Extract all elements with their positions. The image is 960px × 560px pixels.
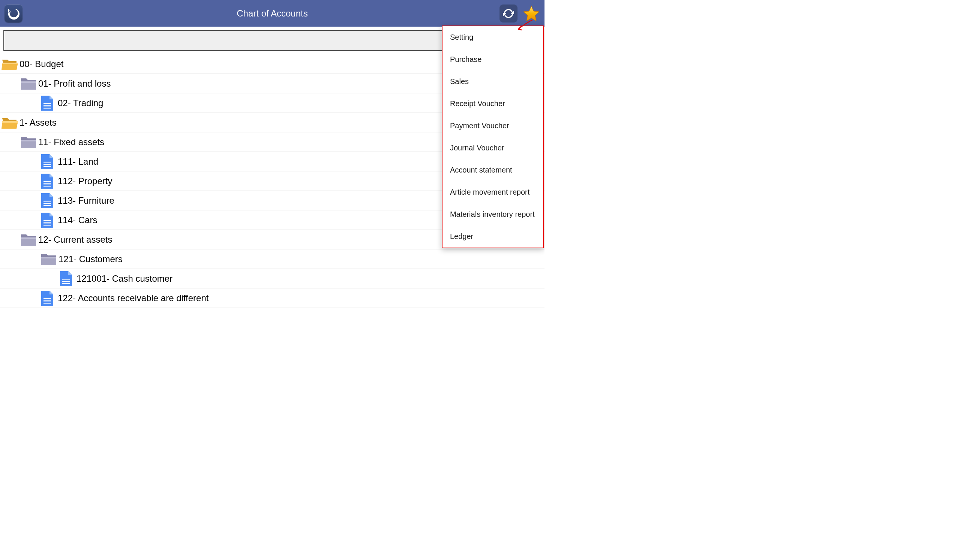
svg-rect-10: [43, 203, 51, 204]
folder-closed-icon: [20, 77, 37, 90]
folder-closed-icon: [40, 253, 57, 266]
menu-item-journal-voucher[interactable]: Journal Voucher: [443, 137, 543, 159]
tree-node-label: 122- Accounts receivable are different: [58, 293, 208, 304]
document-icon: [40, 212, 54, 229]
header: Chart of Accounts: [0, 0, 544, 27]
menu-item-receipt-voucher[interactable]: Receipt Voucher: [443, 93, 543, 115]
svg-rect-17: [62, 283, 70, 284]
menu-item-setting[interactable]: Setting: [443, 26, 543, 48]
tree-node-label: 01- Profit and loss: [38, 78, 110, 89]
tree-node-label: 111- Land: [58, 157, 98, 167]
document-icon: [59, 270, 73, 287]
menu-item-account-statement[interactable]: Account statement: [443, 159, 543, 181]
folder-open-icon: [2, 116, 18, 130]
tree-node-label: 11- Fixed assets: [38, 137, 104, 147]
favorites-star-icon[interactable]: [523, 5, 540, 22]
svg-rect-15: [62, 279, 70, 280]
svg-rect-2: [43, 108, 51, 109]
tree-row-folder[interactable]: 121- Customers: [0, 250, 544, 269]
svg-rect-16: [62, 281, 70, 282]
document-icon: [40, 290, 54, 306]
header-actions: [499, 5, 540, 22]
document-icon: [40, 173, 54, 189]
menu-item-ledger[interactable]: Ledger: [443, 226, 543, 248]
tree-node-label: 02- Trading: [58, 98, 103, 109]
svg-rect-3: [43, 162, 51, 163]
svg-rect-0: [43, 103, 51, 104]
back-arrow-icon: [7, 7, 20, 20]
tree-node-label: 113- Furniture: [58, 195, 114, 206]
tree-node-label: 121001- Cash customer: [77, 274, 173, 284]
tree-node-label: 114- Cars: [58, 215, 97, 226]
refresh-button[interactable]: [499, 5, 517, 22]
tree-row-doc[interactable]: 122- Accounts receivable are different: [0, 288, 544, 308]
document-icon: [40, 154, 54, 170]
tree-node-label: 1- Assets: [19, 117, 57, 128]
tree-node-label: 121- Customers: [59, 254, 123, 264]
svg-rect-9: [43, 201, 51, 202]
tree-node-label: 112- Property: [58, 176, 112, 186]
svg-rect-19: [43, 301, 51, 302]
svg-rect-13: [43, 222, 51, 224]
tree-node-label: 00- Budget: [19, 59, 63, 69]
svg-rect-5: [43, 166, 51, 167]
menu-item-sales[interactable]: Sales: [443, 70, 543, 93]
svg-rect-12: [43, 220, 51, 221]
folder-open-icon: [2, 58, 18, 71]
refresh-icon: [502, 8, 515, 19]
tree-row-doc[interactable]: 121001- Cash customer: [0, 269, 544, 288]
menu-item-payment-voucher[interactable]: Payment Voucher: [443, 115, 543, 137]
svg-rect-4: [43, 164, 51, 165]
menu-item-purchase[interactable]: Purchase: [443, 48, 543, 70]
svg-rect-7: [43, 183, 51, 184]
menu-item-materials-inventory[interactable]: Materials inventory report: [443, 203, 543, 226]
document-icon: [40, 95, 54, 111]
svg-rect-14: [43, 225, 51, 226]
menu-item-article-movement[interactable]: Article movement report: [443, 181, 543, 203]
svg-rect-6: [43, 181, 51, 182]
folder-closed-icon: [20, 135, 37, 149]
page-title: Chart of Accounts: [237, 8, 307, 19]
svg-rect-1: [43, 106, 51, 107]
document-icon: [40, 192, 54, 209]
svg-rect-20: [43, 303, 51, 304]
favorites-dropdown-menu: Setting Purchase Sales Receipt Voucher P…: [442, 26, 544, 248]
svg-rect-8: [43, 186, 51, 187]
folder-closed-icon: [20, 233, 37, 246]
tree-node-label: 12- Current assets: [38, 234, 112, 245]
back-button[interactable]: [5, 5, 22, 22]
svg-rect-11: [43, 205, 51, 206]
svg-rect-18: [43, 298, 51, 299]
